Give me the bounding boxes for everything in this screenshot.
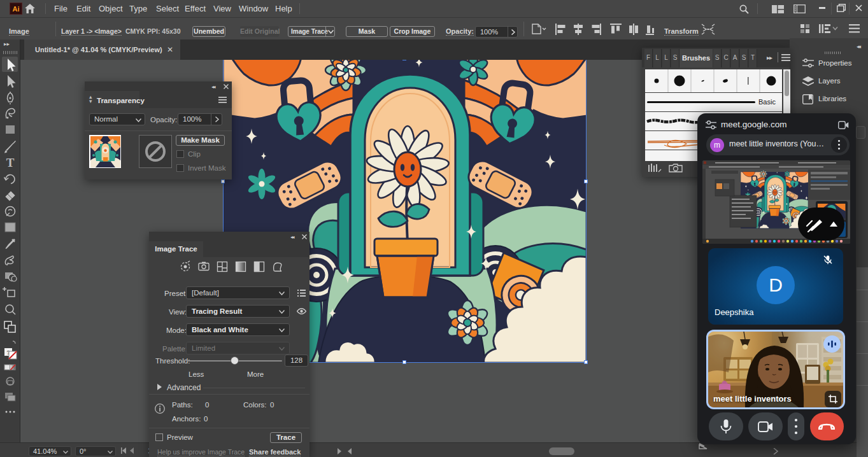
svg-text:T: T	[6, 156, 15, 169]
